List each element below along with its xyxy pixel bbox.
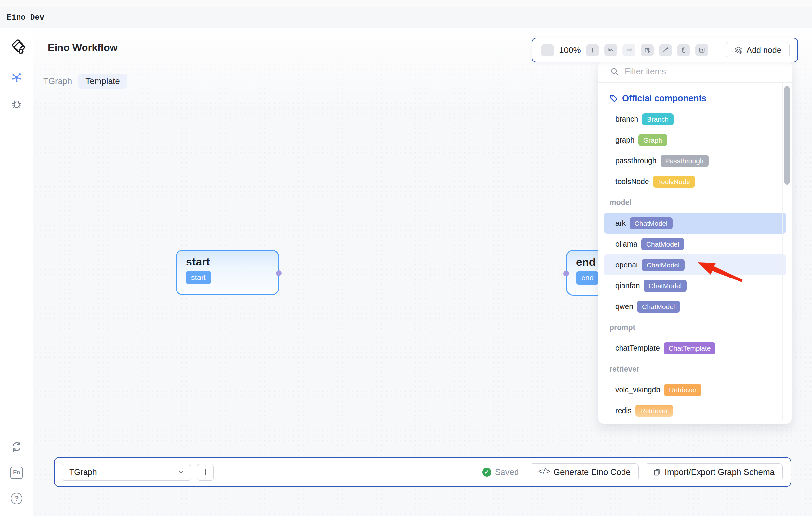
add-graph-button[interactable] bbox=[197, 464, 213, 481]
component-name: redis bbox=[615, 406, 632, 415]
component-item-qianfan[interactable]: qianfanChatModel bbox=[604, 275, 786, 296]
node-end-input-port[interactable] bbox=[563, 271, 569, 276]
component-type-badge: ToolsNode bbox=[653, 176, 695, 188]
magic-wand-icon bbox=[662, 47, 669, 54]
component-item-passthrough[interactable]: passthroughPassthrough bbox=[604, 150, 786, 171]
add-node-button[interactable]: Add node bbox=[726, 42, 789, 58]
bottom-bar: TGraph ✓ Saved </> Generate Eino Code Im… bbox=[54, 457, 791, 487]
scrollbar-thumb[interactable] bbox=[784, 86, 789, 185]
page-title: Eino Workflow bbox=[48, 42, 118, 54]
component-item-branch[interactable]: branchBranch bbox=[604, 109, 786, 130]
import-export-schema-button[interactable]: Import/Export Graph Schema bbox=[645, 463, 783, 481]
component-name: qianfan bbox=[615, 281, 640, 290]
plus-icon bbox=[202, 468, 209, 476]
sidebar: En ? bbox=[0, 28, 33, 516]
component-item-redis[interactable]: redisRetriever bbox=[604, 400, 786, 421]
clipboard-icon bbox=[653, 468, 661, 476]
undo-icon bbox=[607, 47, 614, 54]
component-name: ark bbox=[615, 219, 626, 228]
components-list: Official components branchBranchgraphGra… bbox=[599, 83, 791, 424]
component-type-badge: ChatTemplate bbox=[664, 342, 716, 354]
component-item-openai[interactable]: openaiChatModel bbox=[604, 254, 786, 275]
workflow-network-icon bbox=[11, 72, 23, 83]
component-type-badge: ChatModel bbox=[641, 238, 684, 250]
save-status: ✓ Saved bbox=[483, 467, 519, 477]
component-type-badge: ChatModel bbox=[642, 259, 685, 271]
component-name: branch bbox=[615, 115, 638, 124]
redo-button[interactable] bbox=[622, 44, 636, 56]
sidebar-item-debug[interactable] bbox=[9, 97, 24, 111]
scrollbar-track bbox=[782, 83, 783, 420]
graph-select[interactable]: TGraph bbox=[62, 464, 191, 481]
component-type-badge: Retriever bbox=[636, 405, 673, 417]
window-top-strip bbox=[0, 0, 812, 7]
section-label-retriever: retriever bbox=[599, 358, 791, 379]
section-label-prompt: prompt bbox=[599, 317, 791, 338]
component-item-chatTemplate[interactable]: chatTemplateChatTemplate bbox=[604, 338, 786, 358]
node-end-badge: end bbox=[576, 271, 599, 285]
undo-button[interactable] bbox=[604, 44, 617, 56]
import-export-schema-label: Import/Export Graph Schema bbox=[665, 467, 775, 477]
refresh-icon bbox=[11, 441, 23, 453]
eino-logo-icon bbox=[10, 38, 27, 57]
language-en-icon: En bbox=[10, 466, 23, 479]
zoom-out-button[interactable] bbox=[541, 44, 554, 56]
add-node-panel: Official components branchBranchgraphGra… bbox=[598, 60, 792, 424]
component-type-badge: Branch bbox=[642, 113, 673, 125]
component-name: passthrough bbox=[615, 157, 657, 165]
tag-icon bbox=[609, 94, 618, 103]
sort-layout-icon bbox=[644, 47, 651, 54]
component-item-volc_vikingdb[interactable]: volc_vikingdbRetriever bbox=[604, 379, 786, 400]
section-label-model: model bbox=[599, 192, 791, 213]
component-name: chatTemplate bbox=[615, 344, 660, 353]
official-components-label: Official components bbox=[622, 93, 707, 104]
canvas-toolbar: 100% bbox=[532, 38, 798, 62]
save-status-label: Saved bbox=[495, 467, 519, 477]
zoom-in-button[interactable] bbox=[586, 44, 599, 56]
magic-wand-button[interactable] bbox=[659, 44, 672, 56]
component-item-ark[interactable]: arkChatModel bbox=[604, 213, 786, 234]
zoom-level-label: 100% bbox=[559, 45, 581, 55]
bug-icon bbox=[11, 98, 23, 110]
minimap-button[interactable] bbox=[695, 44, 708, 56]
redo-icon bbox=[626, 47, 633, 54]
filter-items-input[interactable] bbox=[624, 66, 782, 77]
minus-icon bbox=[544, 47, 551, 54]
official-components-header: Official components bbox=[599, 88, 791, 109]
component-item-qwen[interactable]: qwenChatModel bbox=[604, 296, 786, 317]
component-name: ollama bbox=[615, 240, 637, 249]
node-start[interactable]: start start bbox=[176, 249, 279, 295]
generate-eino-code-button[interactable]: </> Generate Eino Code bbox=[530, 463, 638, 481]
component-type-badge: Retriever bbox=[664, 384, 701, 396]
component-type-badge: ChatModel bbox=[644, 280, 687, 292]
sidebar-item-language[interactable]: En bbox=[9, 466, 24, 480]
tab-tgraph[interactable]: TGraph bbox=[43, 74, 72, 89]
tab-template[interactable]: Template bbox=[78, 74, 127, 89]
sidebar-item-help[interactable]: ? bbox=[9, 491, 24, 506]
sidebar-item-workflow[interactable] bbox=[9, 70, 24, 85]
component-item-graph[interactable]: graphGraph bbox=[604, 130, 786, 150]
component-name: graph bbox=[615, 136, 635, 144]
component-type-badge: ChatModel bbox=[630, 217, 672, 229]
titlebar: Eino Dev bbox=[0, 7, 812, 28]
minimap-icon bbox=[698, 47, 705, 54]
component-type-badge: Graph bbox=[638, 134, 667, 146]
generate-eino-code-label: Generate Eino Code bbox=[554, 467, 631, 477]
code-icon: </> bbox=[538, 468, 549, 476]
auto-layout-button[interactable] bbox=[641, 44, 654, 56]
sidebar-item-refresh[interactable] bbox=[9, 439, 24, 454]
app-title: Eino Dev bbox=[7, 13, 44, 22]
component-name: qwen bbox=[615, 302, 633, 311]
graph-select-value: TGraph bbox=[69, 467, 97, 477]
component-item-ollama[interactable]: ollamaChatModel bbox=[604, 234, 786, 254]
node-start-title: start bbox=[186, 256, 278, 268]
mouse-settings-button[interactable] bbox=[677, 44, 690, 56]
component-type-badge: Passthrough bbox=[661, 155, 708, 167]
search-icon bbox=[610, 67, 619, 76]
plus-icon bbox=[589, 47, 596, 54]
add-node-label: Add node bbox=[747, 46, 781, 55]
component-name: volc_vikingdb bbox=[615, 385, 660, 394]
component-item-toolsNode[interactable]: toolsNodeToolsNode bbox=[604, 171, 786, 192]
node-start-badge: start bbox=[186, 271, 211, 284]
node-start-output-port[interactable] bbox=[276, 270, 282, 276]
